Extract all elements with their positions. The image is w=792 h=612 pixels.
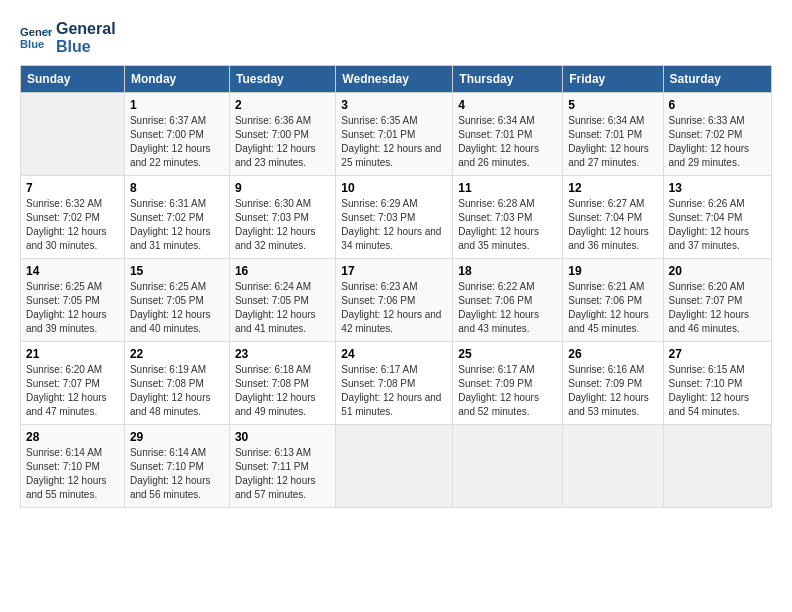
header-thursday: Thursday <box>453 66 563 93</box>
calendar-cell: 16 Sunrise: 6:24 AMSunset: 7:05 PMDaylig… <box>229 259 335 342</box>
day-number: 6 <box>669 98 767 112</box>
calendar-cell: 12 Sunrise: 6:27 AMSunset: 7:04 PMDaylig… <box>563 176 663 259</box>
day-info: Sunrise: 6:19 AMSunset: 7:08 PMDaylight:… <box>130 363 224 419</box>
calendar-cell: 11 Sunrise: 6:28 AMSunset: 7:03 PMDaylig… <box>453 176 563 259</box>
calendar-cell: 20 Sunrise: 6:20 AMSunset: 7:07 PMDaylig… <box>663 259 772 342</box>
calendar-cell: 29 Sunrise: 6:14 AMSunset: 7:10 PMDaylig… <box>124 425 229 508</box>
calendar-cell: 30 Sunrise: 6:13 AMSunset: 7:11 PMDaylig… <box>229 425 335 508</box>
day-number: 16 <box>235 264 330 278</box>
day-info: Sunrise: 6:35 AMSunset: 7:01 PMDaylight:… <box>341 114 447 170</box>
logo: General Blue General Blue <box>20 20 116 55</box>
calendar-cell: 8 Sunrise: 6:31 AMSunset: 7:02 PMDayligh… <box>124 176 229 259</box>
calendar-cell: 1 Sunrise: 6:37 AMSunset: 7:00 PMDayligh… <box>124 93 229 176</box>
day-number: 9 <box>235 181 330 195</box>
calendar-cell: 25 Sunrise: 6:17 AMSunset: 7:09 PMDaylig… <box>453 342 563 425</box>
day-info: Sunrise: 6:21 AMSunset: 7:06 PMDaylight:… <box>568 280 657 336</box>
header-wednesday: Wednesday <box>336 66 453 93</box>
calendar-cell <box>563 425 663 508</box>
day-number: 10 <box>341 181 447 195</box>
svg-text:Blue: Blue <box>20 37 44 49</box>
header-row: SundayMondayTuesdayWednesdayThursdayFrid… <box>21 66 772 93</box>
day-number: 27 <box>669 347 767 361</box>
logo-general: General <box>56 20 116 38</box>
day-number: 22 <box>130 347 224 361</box>
calendar-cell: 13 Sunrise: 6:26 AMSunset: 7:04 PMDaylig… <box>663 176 772 259</box>
day-info: Sunrise: 6:23 AMSunset: 7:06 PMDaylight:… <box>341 280 447 336</box>
calendar-cell: 26 Sunrise: 6:16 AMSunset: 7:09 PMDaylig… <box>563 342 663 425</box>
day-number: 11 <box>458 181 557 195</box>
day-info: Sunrise: 6:31 AMSunset: 7:02 PMDaylight:… <box>130 197 224 253</box>
calendar-cell <box>336 425 453 508</box>
day-info: Sunrise: 6:29 AMSunset: 7:03 PMDaylight:… <box>341 197 447 253</box>
calendar-cell: 28 Sunrise: 6:14 AMSunset: 7:10 PMDaylig… <box>21 425 125 508</box>
calendar-header: SundayMondayTuesdayWednesdayThursdayFrid… <box>21 66 772 93</box>
week-row-4: 21 Sunrise: 6:20 AMSunset: 7:07 PMDaylig… <box>21 342 772 425</box>
logo-icon: General Blue <box>20 22 52 54</box>
day-info: Sunrise: 6:34 AMSunset: 7:01 PMDaylight:… <box>568 114 657 170</box>
day-info: Sunrise: 6:24 AMSunset: 7:05 PMDaylight:… <box>235 280 330 336</box>
day-number: 5 <box>568 98 657 112</box>
calendar-table: SundayMondayTuesdayWednesdayThursdayFrid… <box>20 65 772 508</box>
day-info: Sunrise: 6:16 AMSunset: 7:09 PMDaylight:… <box>568 363 657 419</box>
logo-blue: Blue <box>56 38 116 56</box>
header-tuesday: Tuesday <box>229 66 335 93</box>
calendar-cell: 6 Sunrise: 6:33 AMSunset: 7:02 PMDayligh… <box>663 93 772 176</box>
day-info: Sunrise: 6:22 AMSunset: 7:06 PMDaylight:… <box>458 280 557 336</box>
day-info: Sunrise: 6:20 AMSunset: 7:07 PMDaylight:… <box>26 363 119 419</box>
day-number: 1 <box>130 98 224 112</box>
week-row-5: 28 Sunrise: 6:14 AMSunset: 7:10 PMDaylig… <box>21 425 772 508</box>
calendar-cell: 4 Sunrise: 6:34 AMSunset: 7:01 PMDayligh… <box>453 93 563 176</box>
day-number: 7 <box>26 181 119 195</box>
calendar-body: 1 Sunrise: 6:37 AMSunset: 7:00 PMDayligh… <box>21 93 772 508</box>
day-info: Sunrise: 6:18 AMSunset: 7:08 PMDaylight:… <box>235 363 330 419</box>
day-info: Sunrise: 6:14 AMSunset: 7:10 PMDaylight:… <box>26 446 119 502</box>
calendar-cell: 2 Sunrise: 6:36 AMSunset: 7:00 PMDayligh… <box>229 93 335 176</box>
calendar-cell: 22 Sunrise: 6:19 AMSunset: 7:08 PMDaylig… <box>124 342 229 425</box>
day-number: 12 <box>568 181 657 195</box>
calendar-cell: 23 Sunrise: 6:18 AMSunset: 7:08 PMDaylig… <box>229 342 335 425</box>
week-row-3: 14 Sunrise: 6:25 AMSunset: 7:05 PMDaylig… <box>21 259 772 342</box>
day-info: Sunrise: 6:20 AMSunset: 7:07 PMDaylight:… <box>669 280 767 336</box>
day-number: 30 <box>235 430 330 444</box>
calendar-cell: 18 Sunrise: 6:22 AMSunset: 7:06 PMDaylig… <box>453 259 563 342</box>
day-number: 19 <box>568 264 657 278</box>
day-info: Sunrise: 6:17 AMSunset: 7:09 PMDaylight:… <box>458 363 557 419</box>
day-info: Sunrise: 6:17 AMSunset: 7:08 PMDaylight:… <box>341 363 447 419</box>
calendar-cell: 17 Sunrise: 6:23 AMSunset: 7:06 PMDaylig… <box>336 259 453 342</box>
header-monday: Monday <box>124 66 229 93</box>
day-number: 26 <box>568 347 657 361</box>
calendar-cell: 21 Sunrise: 6:20 AMSunset: 7:07 PMDaylig… <box>21 342 125 425</box>
calendar-cell: 10 Sunrise: 6:29 AMSunset: 7:03 PMDaylig… <box>336 176 453 259</box>
day-info: Sunrise: 6:32 AMSunset: 7:02 PMDaylight:… <box>26 197 119 253</box>
calendar-cell <box>663 425 772 508</box>
day-number: 14 <box>26 264 119 278</box>
day-number: 25 <box>458 347 557 361</box>
day-number: 13 <box>669 181 767 195</box>
week-row-1: 1 Sunrise: 6:37 AMSunset: 7:00 PMDayligh… <box>21 93 772 176</box>
calendar-cell: 27 Sunrise: 6:15 AMSunset: 7:10 PMDaylig… <box>663 342 772 425</box>
calendar-cell: 19 Sunrise: 6:21 AMSunset: 7:06 PMDaylig… <box>563 259 663 342</box>
day-info: Sunrise: 6:28 AMSunset: 7:03 PMDaylight:… <box>458 197 557 253</box>
calendar-cell: 15 Sunrise: 6:25 AMSunset: 7:05 PMDaylig… <box>124 259 229 342</box>
calendar-cell: 5 Sunrise: 6:34 AMSunset: 7:01 PMDayligh… <box>563 93 663 176</box>
day-number: 24 <box>341 347 447 361</box>
day-info: Sunrise: 6:25 AMSunset: 7:05 PMDaylight:… <box>130 280 224 336</box>
day-number: 18 <box>458 264 557 278</box>
day-info: Sunrise: 6:26 AMSunset: 7:04 PMDaylight:… <box>669 197 767 253</box>
calendar-cell <box>453 425 563 508</box>
day-info: Sunrise: 6:15 AMSunset: 7:10 PMDaylight:… <box>669 363 767 419</box>
day-info: Sunrise: 6:36 AMSunset: 7:00 PMDaylight:… <box>235 114 330 170</box>
day-info: Sunrise: 6:34 AMSunset: 7:01 PMDaylight:… <box>458 114 557 170</box>
day-number: 8 <box>130 181 224 195</box>
day-info: Sunrise: 6:25 AMSunset: 7:05 PMDaylight:… <box>26 280 119 336</box>
page-header: General Blue General Blue <box>20 20 772 55</box>
calendar-cell: 7 Sunrise: 6:32 AMSunset: 7:02 PMDayligh… <box>21 176 125 259</box>
day-number: 20 <box>669 264 767 278</box>
calendar-cell: 14 Sunrise: 6:25 AMSunset: 7:05 PMDaylig… <box>21 259 125 342</box>
calendar-cell: 3 Sunrise: 6:35 AMSunset: 7:01 PMDayligh… <box>336 93 453 176</box>
day-number: 21 <box>26 347 119 361</box>
day-number: 28 <box>26 430 119 444</box>
day-number: 17 <box>341 264 447 278</box>
header-sunday: Sunday <box>21 66 125 93</box>
day-number: 23 <box>235 347 330 361</box>
